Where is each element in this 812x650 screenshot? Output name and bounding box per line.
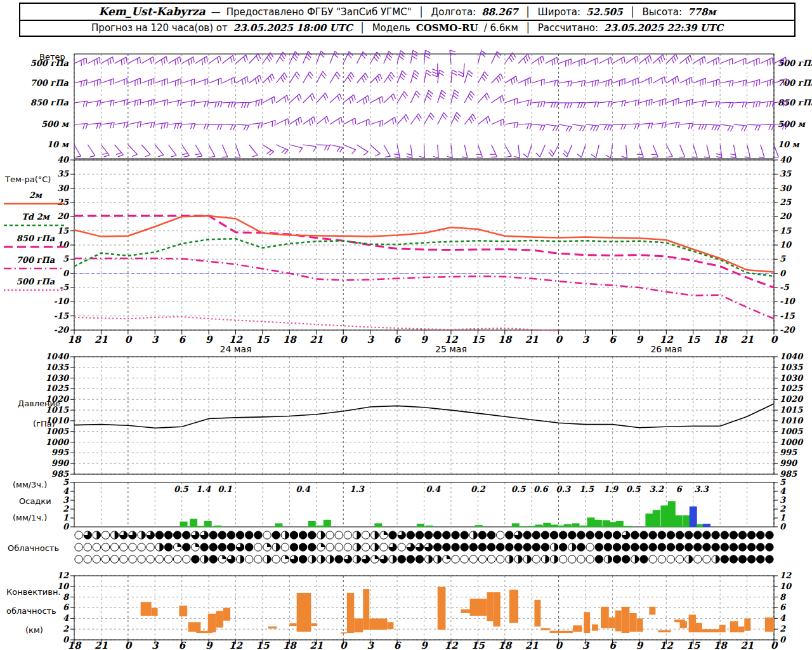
- conv-bar: [549, 631, 573, 633]
- header2-part-6: │: [524, 22, 532, 34]
- svg-text:15: 15: [471, 640, 485, 650]
- svg-text:1: 1: [63, 513, 69, 522]
- conv-bar: [658, 630, 671, 632]
- meteogram-page: 40403535303025252020151510105500-5-5-10-…: [0, 0, 812, 650]
- svg-text:0: 0: [780, 522, 787, 531]
- svg-text:1015: 1015: [780, 405, 803, 415]
- svg-text:5: 5: [63, 477, 69, 487]
- conv-bar: [649, 607, 655, 615]
- svg-text:6: 6: [63, 602, 70, 612]
- svg-text:1035: 1035: [780, 362, 803, 372]
- svg-text:3.3: 3.3: [694, 484, 709, 494]
- svg-text:10 м: 10 м: [47, 140, 70, 149]
- legend-label: Td 2м: [3, 212, 69, 222]
- conv-bar: [601, 607, 609, 628]
- legend-entry-0: 2м: [3, 190, 69, 206]
- svg-text:995: 995: [780, 448, 797, 457]
- svg-text:0: 0: [125, 640, 133, 650]
- svg-text:6: 6: [609, 640, 617, 650]
- svg-text:25 мая: 25 мая: [435, 344, 467, 354]
- svg-text:21: 21: [525, 334, 539, 345]
- svg-text:2: 2: [780, 504, 786, 514]
- svg-text:0.2: 0.2: [471, 484, 486, 494]
- conv-bar: [680, 621, 687, 628]
- svg-text:-10: -10: [780, 296, 796, 306]
- wind-barbs: [74, 50, 787, 158]
- svg-text:18: 18: [68, 334, 82, 345]
- svg-text:21: 21: [525, 640, 539, 650]
- svg-text:1010: 1010: [780, 416, 804, 425]
- conv-bar: [438, 587, 446, 630]
- conv-bar: [216, 611, 223, 628]
- svg-text:24 мая: 24 мая: [220, 344, 252, 354]
- svg-text:18: 18: [283, 334, 297, 345]
- svg-text:1020: 1020: [780, 394, 804, 404]
- precip-bar: [580, 526, 587, 527]
- svg-text:700 гПа: 700 гПа: [30, 78, 69, 88]
- legend-entry-4: 500 гПа: [3, 277, 69, 293]
- svg-text:0.5: 0.5: [626, 484, 641, 494]
- precip-bar: [645, 514, 653, 527]
- svg-text:21: 21: [310, 640, 323, 650]
- cloud-rows: [75, 531, 773, 563]
- conv-bar: [152, 607, 158, 616]
- svg-text:1.4: 1.4: [196, 484, 211, 494]
- svg-text:3: 3: [367, 334, 374, 345]
- conv-bar: [223, 607, 230, 620]
- svg-text:9: 9: [421, 640, 428, 650]
- header2-part-4: COSMO-RU: [416, 22, 478, 34]
- svg-text:-15: -15: [780, 311, 795, 321]
- svg-text:6: 6: [178, 334, 186, 345]
- legend-label: 500 гПа: [3, 277, 69, 286]
- svg-text:12: 12: [444, 640, 458, 650]
- header1-part-8: 52.505: [586, 6, 622, 18]
- svg-text:1005: 1005: [780, 427, 803, 436]
- header1-part-7: Широта:: [538, 6, 580, 18]
- svg-text:995: 995: [51, 448, 69, 457]
- svg-text:9: 9: [636, 640, 644, 650]
- conv-bar: [487, 592, 493, 621]
- header-line2: Прогноз на 120 часа(ов) от23.05.2025 18:…: [20, 20, 794, 36]
- precip-bar: [535, 525, 543, 527]
- precip-bar: [564, 524, 572, 527]
- svg-text:9: 9: [206, 640, 213, 650]
- svg-text:21: 21: [95, 640, 108, 650]
- svg-text:4: 4: [780, 486, 786, 496]
- svg-text:1025: 1025: [46, 383, 69, 393]
- legend-label: 700 гПа: [3, 255, 69, 265]
- conv-bar: [629, 613, 636, 632]
- svg-text:0: 0: [125, 334, 133, 345]
- svg-text:0.1: 0.1: [218, 484, 232, 494]
- svg-text:15: 15: [686, 334, 700, 345]
- svg-text:1000: 1000: [780, 437, 804, 447]
- conv-panel-label-1: Конвективн.: [6, 587, 61, 597]
- precip-bar: [594, 520, 602, 527]
- precip-bar: [214, 526, 221, 527]
- conv-bar: [461, 609, 471, 613]
- svg-text:1.3: 1.3: [350, 484, 365, 494]
- svg-text:6: 6: [609, 334, 617, 345]
- svg-text:25: 25: [780, 197, 792, 207]
- precip-bar: [653, 510, 660, 527]
- header2-part-2: │: [358, 22, 367, 34]
- conv-bar: [702, 629, 719, 632]
- svg-text:3: 3: [152, 334, 159, 345]
- header1-part-0: Kem_Ust-Kabyrza: [99, 5, 206, 18]
- svg-text:15: 15: [256, 640, 270, 650]
- precip-bar: [608, 522, 616, 527]
- conv-bar: [179, 606, 187, 616]
- wind-panel-label: Ветер: [39, 52, 65, 62]
- header1-part-2: Предоставлено ФГБУ "ЗапСиб УГМС": [226, 6, 412, 18]
- svg-text:0.5: 0.5: [511, 484, 527, 494]
- svg-text:18: 18: [714, 334, 728, 345]
- pressure-panel-unit: (гПа): [33, 419, 55, 428]
- svg-text:2: 2: [63, 624, 69, 633]
- svg-text:15: 15: [471, 334, 485, 345]
- svg-text:0: 0: [555, 640, 563, 650]
- conv-bar: [470, 599, 487, 616]
- svg-text:1: 1: [780, 513, 785, 522]
- svg-text:3: 3: [780, 495, 786, 505]
- conv-bar: [141, 602, 152, 616]
- precip-bar: [690, 507, 697, 527]
- conv-bar: [354, 618, 363, 632]
